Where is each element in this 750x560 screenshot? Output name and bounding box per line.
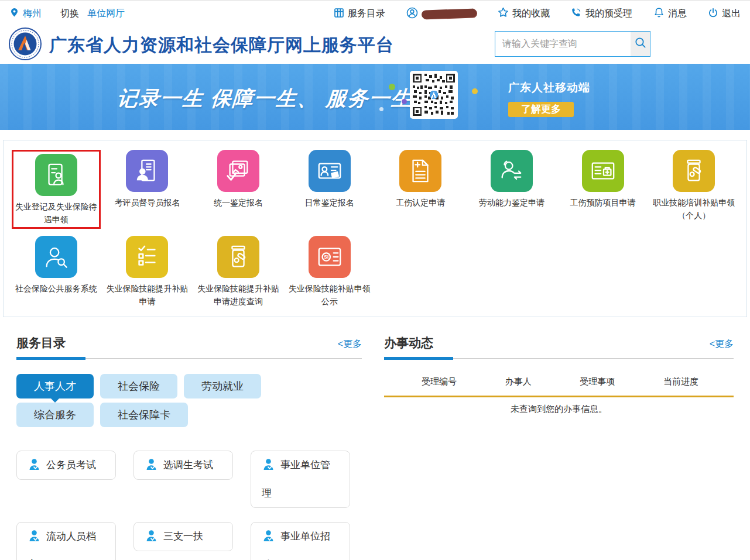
promo-banner: 记录一生 保障一生、 服务一生 广东人社移动端 了解更多 — [0, 64, 750, 130]
tile-skill-subsidy-progress[interactable]: 失业保险技能提升补贴申请进度查询 — [194, 236, 283, 308]
card-label: 公务员考试 — [46, 459, 96, 470]
tile-work-injury-recognition[interactable]: 工伤认定申请 — [376, 150, 465, 229]
section-title-status: 办事动态 — [384, 335, 433, 351]
power-icon — [708, 8, 718, 20]
card-label: 选调生考试 — [163, 459, 213, 470]
bell-icon — [653, 7, 665, 20]
qr-code — [410, 71, 458, 119]
more-link-status[interactable]: <更多 — [710, 338, 734, 351]
learn-more-button[interactable]: 了解更多 — [508, 102, 574, 117]
card-civil-servant-exam[interactable]: 公务员考试 — [16, 451, 116, 480]
card-three-supports[interactable]: 三支一扶 — [133, 522, 233, 551]
logout-label: 退出 — [722, 8, 741, 20]
phone-icon — [571, 7, 582, 20]
service-catalog-section: 服务目录 <更多 人事人才 社会保险 劳动就业 综合服务 社会保障卡 公务员考试… — [16, 335, 362, 560]
section-title-service-catalog: 服务目录 — [16, 335, 66, 351]
card-briefcase-icon — [582, 150, 624, 192]
card-si-icon: SI — [309, 236, 351, 278]
pre-acceptance-menu[interactable]: 我的预受理 — [571, 7, 632, 20]
tab-comprehensive-service[interactable]: 综合服务 — [16, 403, 94, 427]
tile-labor-capacity-appraisal[interactable]: 劳动能力鉴定申请 — [467, 150, 556, 229]
tile-skill-subsidy-publicity[interactable]: SI 失业保险技能补贴申领公示 — [285, 236, 374, 308]
site-logo — [8, 27, 42, 63]
tile-daily-exam-signup[interactable]: 日常鉴定报名 — [285, 150, 374, 229]
service-catalog-menu[interactable]: 服务目录 — [334, 8, 385, 20]
search-button[interactable] — [631, 32, 650, 56]
document-plus-icon — [399, 150, 441, 192]
logout-button[interactable]: 退出 — [708, 8, 741, 20]
username-redaction-scribble — [422, 8, 477, 19]
mobile-app-title: 广东人社移动端 — [508, 80, 590, 95]
tile-training-subsidy-personal[interactable]: 职业技能培训补贴申领（个人） — [649, 150, 738, 229]
tile-unemployment-registration[interactable]: 失业登记及失业保险待遇申领 — [12, 150, 101, 229]
favorites-menu[interactable]: 我的收藏 — [498, 7, 550, 20]
document-person-icon — [35, 154, 77, 196]
search-box — [495, 31, 650, 57]
star-icon — [498, 7, 509, 20]
pill-bottle-icon — [673, 150, 715, 192]
people-arrows-icon — [491, 150, 533, 192]
tile-social-insurance-public-service[interactable]: 社会保险公共服务系统 — [12, 236, 101, 308]
column-applicant: 办事人 — [505, 376, 532, 387]
tile-label: 职业技能培训补贴申领（个人） — [652, 197, 735, 222]
user-avatar-icon — [406, 7, 418, 21]
banner-slogan: 记录一生 保障一生、 服务一生 — [116, 85, 413, 112]
catalog-grid-icon — [334, 8, 344, 20]
unit-hall-link[interactable]: 单位网厅 — [87, 8, 125, 20]
quick-services-panel: 失业登记及失业保险待遇申领 考评员督导员报名 统一鉴定报名 日常鉴定报名 工伤认 — [3, 140, 747, 317]
deco-dot-gold — [472, 88, 478, 94]
deco-dot-green — [389, 84, 395, 90]
switch-location-link[interactable]: 切换 — [60, 8, 79, 20]
empty-result-message: 未查询到您的办事信息。 — [384, 404, 734, 415]
column-progress: 当前进度 — [663, 376, 698, 387]
card-mobile-personnel-files[interactable]: 流动人员档案 — [16, 522, 116, 560]
deco-dot-white — [379, 107, 383, 111]
messages-menu[interactable]: 消息 — [653, 7, 687, 20]
card-label: 三支一扶 — [163, 531, 203, 542]
photos-check-icon — [217, 150, 259, 192]
tile-label: 失业保险技能补贴申领公示 — [288, 283, 371, 308]
tile-label: 社会保险公共服务系统 — [15, 283, 98, 296]
tile-label: 失业保险技能提升补贴申请进度查询 — [197, 283, 280, 308]
tile-examiner-signup[interactable]: 考评员督导员报名 — [102, 150, 191, 229]
person-magnifier-icon — [35, 236, 77, 278]
column-matter: 受理事项 — [580, 376, 615, 387]
tile-injury-prevention-project[interactable]: 工伤预防项目申请 — [559, 150, 648, 229]
card-public-institution-recruitment[interactable]: 事业单位招聘 — [251, 522, 350, 560]
category-tabs: 人事人才 社会保险 劳动就业 综合服务 社会保障卡 — [16, 374, 292, 427]
deco-dot-purple — [402, 99, 407, 104]
tile-skill-subsidy-apply[interactable]: 失业保险技能提升补贴申请 — [102, 236, 191, 308]
messages-label: 消息 — [668, 8, 687, 20]
tile-label: 日常鉴定报名 — [288, 197, 371, 209]
tile-label: 考评员督导员报名 — [105, 197, 189, 209]
more-link-service-catalog[interactable]: <更多 — [338, 338, 362, 351]
tile-label: 劳动能力鉴定申请 — [470, 197, 553, 209]
service-item-cards: 公务员考试 选调生考试 事业单位管理 流动人员档案 三支一扶 事业单位招聘 — [16, 451, 362, 560]
topbar: 梅州 切换 单位网厅 服务目录 我的收藏 我的预受理 — [0, 1, 750, 26]
card-public-institution-management[interactable]: 事业单位管理 — [251, 451, 350, 508]
search-input[interactable] — [495, 32, 631, 56]
favorites-label: 我的收藏 — [512, 8, 550, 20]
user-account[interactable] — [406, 7, 477, 21]
tab-personnel-talent[interactable]: 人事人才 — [16, 374, 94, 398]
tile-unified-exam-signup[interactable]: 统一鉴定报名 — [194, 150, 283, 229]
status-table: 受理编号 办事人 受理事项 当前进度 未查询到您的办事信息。 — [384, 376, 734, 415]
checklist-icon — [126, 236, 168, 278]
location-selector[interactable]: 梅州 — [9, 7, 42, 20]
card-selected-graduate-exam[interactable]: 选调生考试 — [133, 451, 233, 480]
magnifier-icon — [633, 36, 648, 52]
pre-acceptance-label: 我的预受理 — [585, 8, 632, 20]
tile-label: 失业保险技能提升补贴申请 — [105, 283, 189, 308]
site-header: 广东省人力资源和社会保障厅网上服务平台 — [0, 26, 750, 64]
tab-social-security-card[interactable]: 社会保障卡 — [100, 403, 188, 427]
tile-label: 失业登记及失业保险待遇申领 — [15, 201, 98, 226]
service-catalog-label: 服务目录 — [348, 8, 385, 20]
tile-label: 工伤认定申请 — [379, 197, 462, 209]
tile-label: 统一鉴定报名 — [197, 197, 280, 209]
pill-bottle-icon — [217, 236, 259, 278]
tab-social-insurance[interactable]: 社会保险 — [100, 374, 177, 398]
tile-label: 工伤预防项目申请 — [561, 197, 645, 209]
location-label: 梅州 — [23, 8, 42, 20]
id-card-stamp-icon — [309, 150, 351, 192]
tab-labor-employment[interactable]: 劳动就业 — [184, 374, 261, 398]
